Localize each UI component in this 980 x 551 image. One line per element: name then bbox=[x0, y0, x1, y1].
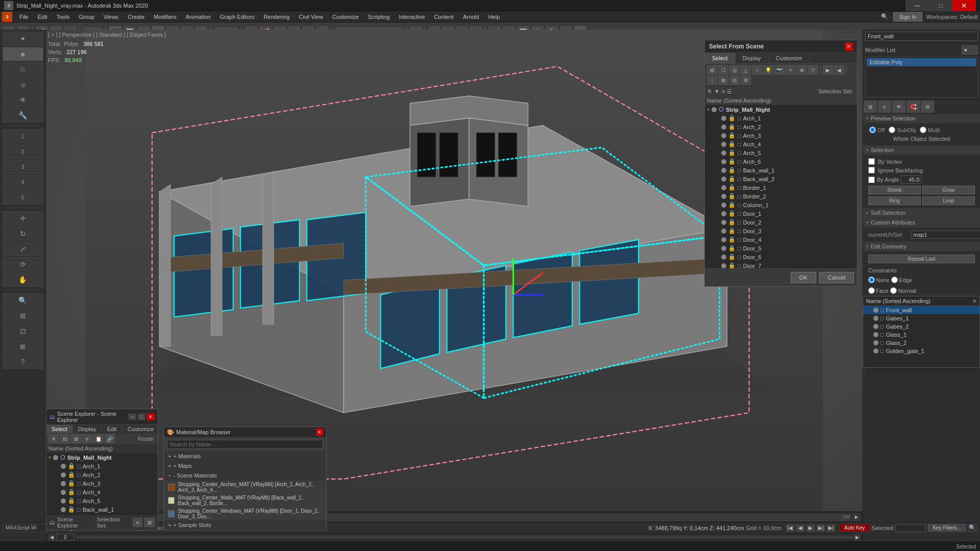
sfs-spacewarps-btn[interactable]: ⊛ bbox=[797, 65, 807, 74]
menu-graph-editors[interactable]: Graph Editors bbox=[216, 13, 259, 21]
loop-btn[interactable]: Loop bbox=[922, 196, 975, 205]
sfs-invert-btn[interactable]: ◎ bbox=[729, 65, 740, 74]
sfs-filter-btn[interactable]: ▽ bbox=[808, 65, 818, 74]
play-btn[interactable]: ▶ bbox=[806, 524, 815, 532]
menu-interactive[interactable]: Interactive bbox=[395, 13, 429, 21]
modify-panel-btn[interactable]: ⟡ bbox=[3, 47, 43, 61]
pan-tool[interactable]: ✋ bbox=[3, 272, 43, 287]
tree-item-root[interactable]: ▾ ⬡ Strip_Mall_Night bbox=[705, 105, 857, 114]
mini-timeline[interactable] bbox=[76, 535, 853, 539]
tree-item[interactable]: 🔒□ Door_5 bbox=[705, 244, 857, 253]
sfs-options-btn[interactable]: ⚙ bbox=[741, 76, 751, 85]
motion-panel-btn[interactable]: ◎ bbox=[3, 78, 43, 92]
tree-item[interactable]: 🔒□ Column_1 bbox=[705, 201, 857, 209]
sfs-filter2-btn[interactable]: ⊟ bbox=[729, 76, 740, 85]
frame-next-btn[interactable]: ▶ bbox=[853, 534, 861, 541]
sfs-column-btn[interactable]: ⊞ bbox=[718, 76, 728, 85]
options-tab-icon[interactable]: ≡ bbox=[877, 100, 892, 113]
time-search-btn[interactable]: 🔍 bbox=[968, 524, 977, 532]
sfs-helpers-btn[interactable]: + bbox=[786, 65, 796, 74]
sfs-sort-btn[interactable]: ↕ bbox=[707, 76, 717, 85]
auto-key-btn[interactable]: Auto Key bbox=[840, 524, 870, 532]
sse-item-front-wall[interactable]: □ Front_wall bbox=[863, 306, 979, 314]
se-close-btn[interactable]: ✕ bbox=[146, 413, 155, 420]
ring-btn[interactable]: Ring bbox=[868, 196, 921, 205]
sfs-all-btn[interactable]: ⊞ bbox=[707, 65, 717, 74]
timeline-next-btn[interactable]: ▶ bbox=[852, 513, 861, 521]
mb-section-maps[interactable]: + + Maps bbox=[164, 461, 326, 471]
se-col-btn[interactable]: ≡ bbox=[133, 518, 143, 527]
sub-object-vertex[interactable]: 1 bbox=[3, 129, 43, 143]
sfs-tree[interactable]: ▾ ⬡ Strip_Mall_Night 🔒 □ Arch_1 🔒□ Arch_… bbox=[705, 105, 857, 268]
sfs-close-x[interactable]: ✕ bbox=[707, 88, 712, 95]
sfs-none-btn[interactable]: ☐ bbox=[718, 65, 728, 74]
se-tree-item[interactable]: 🔒□ Arch_2 bbox=[46, 470, 158, 479]
sfs-collapse-btn[interactable]: ◀ bbox=[834, 65, 844, 74]
se-tree[interactable]: ▾ ⬡ Strip_Mall_Night 🔒□ Arch_1 🔒□ Arch_2… bbox=[46, 453, 158, 514]
hierarchy-panel-btn[interactable]: ☉ bbox=[3, 62, 43, 77]
se-tree-item[interactable]: 🔒□ Back_wall_1 bbox=[46, 505, 158, 514]
se-col4-btn[interactable]: 🔗 bbox=[105, 434, 115, 443]
modifier-dropdown[interactable]: ▾ bbox=[962, 45, 978, 55]
settings-tab-icon[interactable]: ⚙ bbox=[920, 100, 935, 113]
sfs-geometry-btn[interactable]: △ bbox=[741, 65, 751, 74]
utilities-panel-btn[interactable]: 🔧 bbox=[3, 108, 43, 122]
se-col1-btn[interactable]: ⊞ bbox=[71, 434, 81, 443]
se-tree-item[interactable]: 🔒□ Arch_1 bbox=[46, 462, 158, 470]
frame-input[interactable] bbox=[56, 534, 75, 541]
selection-header[interactable]: ▾ Selection bbox=[863, 145, 980, 155]
next-key-btn[interactable]: ▶| bbox=[816, 524, 825, 532]
maximize-viewport[interactable]: ⊠ bbox=[3, 339, 43, 354]
move-tool[interactable]: ✛ bbox=[3, 211, 43, 226]
se-col3-btn[interactable]: 📋 bbox=[93, 434, 104, 443]
by-angle-cb[interactable] bbox=[868, 177, 875, 183]
menu-create[interactable]: Create bbox=[124, 13, 149, 21]
ps-off-radio[interactable]: Off bbox=[869, 127, 885, 133]
menu-rendering[interactable]: Rendering bbox=[260, 13, 294, 21]
zoom-extents[interactable]: ⊡ bbox=[3, 324, 43, 338]
menu-tools[interactable]: Tools bbox=[53, 13, 74, 21]
sfs-expand-btn[interactable]: ▶ bbox=[823, 65, 833, 74]
shrink-btn[interactable]: Shrink bbox=[868, 186, 921, 194]
sub-object-poly[interactable]: 4 bbox=[3, 175, 43, 189]
sfs-tab-customize[interactable]: Customize bbox=[769, 53, 810, 63]
sse-item-golden-gate[interactable]: □ Golden_gate_1 bbox=[863, 347, 979, 355]
menu-help[interactable]: Help bbox=[484, 13, 504, 21]
tree-item[interactable]: 🔒□ Arch_6 bbox=[705, 157, 857, 166]
zoom-tool[interactable]: 🔍 bbox=[3, 293, 43, 308]
by-vertex-cb[interactable] bbox=[868, 158, 875, 165]
sfs-shapes-btn[interactable]: ○ bbox=[752, 65, 762, 74]
menu-group[interactable]: Group bbox=[75, 13, 99, 21]
mb-item-3[interactable]: Shopping_Center_Windows_MAT (VRayMtl) [D… bbox=[164, 507, 326, 520]
tree-item[interactable]: 🔒□ Border_1 bbox=[705, 183, 857, 192]
menu-customize[interactable]: Customize bbox=[328, 13, 363, 21]
se-restore-btn[interactable]: □ bbox=[137, 413, 145, 420]
se-tree-item[interactable]: 🔒□ Arch_5 bbox=[46, 496, 158, 505]
modifier-editable-poly[interactable]: Editable Poly bbox=[867, 58, 976, 66]
se-tree-root[interactable]: ▾ ⬡ Strip_Mall_Night bbox=[46, 453, 158, 462]
ps-subobj-radio[interactable]: SubObj bbox=[889, 127, 916, 133]
ignore-backfacing-cb[interactable] bbox=[868, 167, 875, 173]
select-tab-icon[interactable]: ⊞ bbox=[863, 100, 877, 113]
mb-close-btn[interactable]: ✕ bbox=[316, 429, 323, 436]
menu-content[interactable]: Content bbox=[430, 13, 458, 21]
preview-selection-header[interactable]: ▾ Preview Selection bbox=[863, 114, 980, 123]
mb-section-sample-slots[interactable]: + + Sample Slots bbox=[164, 520, 326, 530]
tree-item[interactable]: 🔒□ Arch_5 bbox=[705, 148, 857, 157]
se-close-filter[interactable]: ✕ bbox=[48, 434, 59, 443]
sfs-tab-display[interactable]: Display bbox=[736, 53, 769, 63]
sse-item-gabes2[interactable]: □ Gabes_2 bbox=[863, 322, 979, 331]
angle-value-input[interactable] bbox=[901, 176, 921, 184]
tree-item[interactable]: 🔒□ Back_wall_2 bbox=[705, 174, 857, 183]
se-col2-btn[interactable]: ⊞ bbox=[144, 518, 155, 527]
scale-tool[interactable]: ⤢ bbox=[3, 242, 43, 256]
object-name-input[interactable] bbox=[865, 32, 978, 41]
grow-btn[interactable]: Grow bbox=[922, 186, 975, 194]
sub-object-border[interactable]: 3 bbox=[3, 160, 43, 174]
sign-in-button[interactable]: Sign In bbox=[893, 12, 922, 21]
se-tree-item[interactable]: 🔒□ Arch_4 bbox=[46, 488, 158, 496]
sfs-cameras-btn[interactable]: 📷 bbox=[774, 65, 785, 74]
tree-item[interactable]: 🔒□ Door_6 bbox=[705, 253, 857, 261]
last-frame-btn[interactable]: ▶| bbox=[826, 524, 836, 532]
create-panel-btn[interactable]: ✦ bbox=[3, 32, 43, 46]
